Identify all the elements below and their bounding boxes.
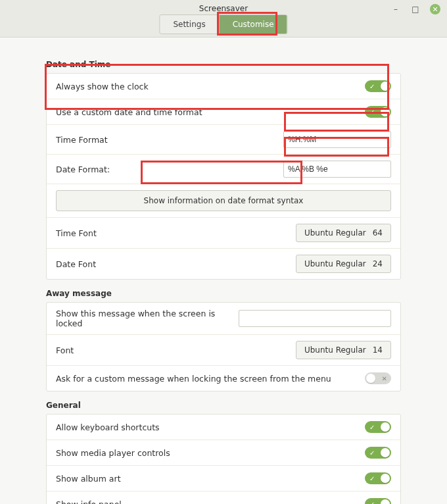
check-icon: ✓ (369, 424, 375, 431)
section-date-time: Date and Time (46, 60, 401, 69)
row-media-controls: Show media player controls ✓ (47, 440, 400, 466)
row-always-show-clock: Always show the clock ✓ (47, 74, 400, 99)
toggle-info-panel[interactable]: ✓ (365, 498, 391, 504)
label-ask-custom-msg: Ask for a custom message when locking th… (56, 374, 365, 384)
panel-general: Allow keyboard shortcuts ✓ Show media pl… (46, 414, 401, 504)
check-icon: ✓ (369, 83, 375, 90)
row-album-art: Show album art ✓ (47, 466, 400, 491)
label-time-font: Time Font (56, 228, 296, 238)
away-font-size: 14 (373, 345, 383, 355)
section-general: General (46, 401, 401, 410)
label-away-font: Font (56, 345, 296, 355)
label-info-panel: Show info panel (56, 499, 365, 505)
section-away-message: Away message (46, 289, 401, 298)
maximize-button[interactable]: □ (410, 4, 421, 14)
date-font-size: 24 (373, 259, 383, 268)
label-always-show-clock: Always show the clock (56, 82, 365, 91)
row-away-font: Font Ubuntu Regular 14 (47, 335, 400, 366)
away-font-family: Ubuntu Regular (304, 345, 366, 355)
label-custom-format: Use a custom date and time format (56, 107, 365, 117)
chooser-date-font[interactable]: Ubuntu Regular 24 (296, 255, 391, 273)
row-time-font: Time Font Ubuntu Regular 64 (47, 218, 400, 249)
button-format-syntax-info[interactable]: Show information on date format syntax (56, 190, 391, 211)
label-time-format: Time Format (56, 135, 283, 145)
time-font-size: 64 (373, 228, 383, 238)
label-date-font: Date Font (56, 259, 296, 269)
label-away-msg: Show this message when the screen is loc… (56, 309, 239, 328)
label-kbd-shortcuts: Allow keyboard shortcuts (56, 422, 365, 432)
toggle-media-controls[interactable]: ✓ (365, 447, 391, 459)
row-date-format: Date Format: (47, 155, 400, 184)
x-icon: ✕ (382, 375, 387, 382)
toggle-album-art[interactable]: ✓ (365, 472, 391, 484)
row-syntax-info: Show information on date format syntax (47, 184, 400, 218)
check-icon: ✓ (369, 501, 375, 505)
chooser-away-font[interactable]: Ubuntu Regular 14 (296, 341, 391, 359)
label-album-art: Show album art (56, 474, 365, 484)
row-away-msg: Show this message when the screen is loc… (47, 303, 400, 335)
check-icon: ✓ (369, 109, 375, 116)
tab-settings[interactable]: Settings (160, 15, 219, 34)
date-font-family: Ubuntu Regular (304, 259, 366, 268)
chooser-time-font[interactable]: Ubuntu Regular 64 (296, 224, 391, 242)
close-button[interactable]: ✕ (430, 4, 440, 14)
toggle-kbd-shortcuts[interactable]: ✓ (365, 421, 391, 433)
row-time-format: Time Format (47, 125, 400, 155)
window-controls: – □ ✕ (390, 4, 440, 14)
check-icon: ✓ (369, 475, 375, 482)
toggle-custom-format[interactable]: ✓ (365, 106, 391, 118)
row-date-font: Date Font Ubuntu Regular 24 (47, 249, 400, 279)
label-date-format: Date Format: (56, 164, 283, 174)
toggle-ask-custom-msg[interactable]: ✕ (365, 372, 391, 384)
time-font-family: Ubuntu Regular (304, 228, 366, 238)
label-media-controls: Show media player controls (56, 448, 365, 458)
toggle-always-show-clock[interactable]: ✓ (365, 80, 391, 92)
panel-date-time: Always show the clock ✓ Use a custom dat… (46, 73, 401, 280)
input-date-format[interactable] (283, 161, 391, 178)
input-time-format[interactable] (283, 131, 391, 148)
tab-bar: Settings Customise (159, 14, 287, 34)
input-away-msg[interactable] (239, 310, 391, 327)
tab-customise[interactable]: Customise (220, 15, 287, 34)
minimize-button[interactable]: – (390, 4, 401, 14)
window-title: Screensaver (199, 4, 248, 13)
row-custom-format: Use a custom date and time format ✓ (47, 99, 400, 125)
row-ask-custom-msg: Ask for a custom message when locking th… (47, 366, 400, 391)
check-icon: ✓ (369, 449, 375, 457)
panel-away-message: Show this message when the screen is loc… (46, 302, 401, 391)
row-kbd-shortcuts: Allow keyboard shortcuts ✓ (47, 415, 400, 440)
row-info-panel: Show info panel ✓ (47, 491, 400, 504)
